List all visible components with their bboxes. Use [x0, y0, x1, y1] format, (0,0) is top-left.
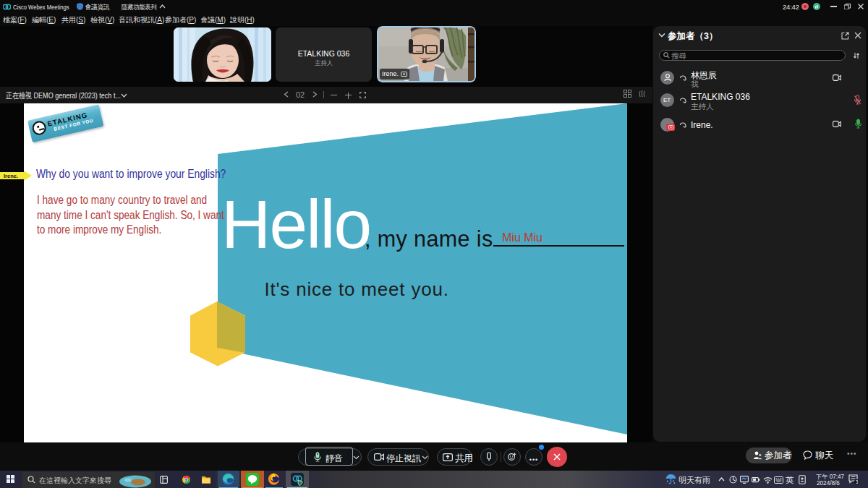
svg-text:3: 3	[856, 479, 859, 484]
